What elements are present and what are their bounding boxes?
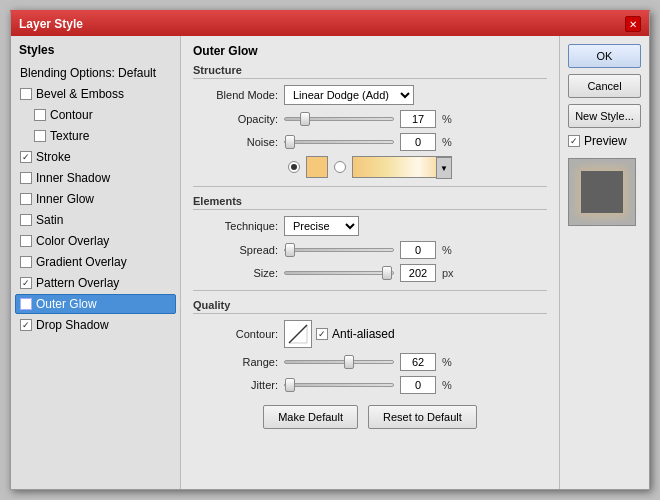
range-input[interactable]: 62 bbox=[400, 353, 436, 371]
contour-preview[interactable] bbox=[284, 320, 312, 348]
stroke-checkbox[interactable]: ✓ bbox=[20, 151, 32, 163]
jitter-label: Jitter: bbox=[193, 379, 278, 391]
spread-input[interactable]: 0 bbox=[400, 241, 436, 259]
preview-label: Preview bbox=[584, 134, 627, 148]
inner-glow-label: Inner Glow bbox=[36, 192, 94, 206]
spread-thumb[interactable] bbox=[285, 243, 295, 257]
contour-label: Contour: bbox=[193, 328, 278, 340]
size-thumb[interactable] bbox=[382, 266, 392, 280]
noise-slider[interactable] bbox=[284, 140, 394, 144]
sidebar-item-inner-shadow[interactable]: Inner Shadow bbox=[15, 168, 176, 188]
technique-select[interactable]: Precise bbox=[284, 216, 359, 236]
preview-box bbox=[568, 158, 636, 226]
spread-label: Spread: bbox=[193, 244, 278, 256]
contour-checkbox[interactable] bbox=[34, 109, 46, 121]
gradient-arrow[interactable]: ▼ bbox=[436, 157, 452, 179]
contour-label: Contour bbox=[50, 108, 93, 122]
texture-checkbox[interactable] bbox=[34, 130, 46, 142]
sidebar-item-color-overlay[interactable]: Color Overlay bbox=[15, 231, 176, 251]
quality-label: Quality bbox=[193, 299, 547, 314]
elements-label: Elements bbox=[193, 195, 547, 210]
preview-inner bbox=[581, 171, 623, 213]
blend-mode-row: Blend Mode: Linear Dodge (Add) bbox=[193, 85, 547, 105]
opacity-input[interactable]: 17 bbox=[400, 110, 436, 128]
divider-1 bbox=[193, 186, 547, 187]
bevel-emboss-checkbox[interactable] bbox=[20, 88, 32, 100]
right-panel: OK Cancel New Style... ✓ Preview bbox=[559, 36, 649, 489]
contour-curve-icon bbox=[287, 323, 309, 345]
bottom-buttons: Make Default Reset to Default bbox=[193, 399, 547, 433]
color-row: ▼ bbox=[288, 156, 547, 178]
drop-shadow-label: Drop Shadow bbox=[36, 318, 109, 332]
range-unit: % bbox=[442, 356, 460, 368]
blending-label: Blending Options: Default bbox=[20, 66, 156, 80]
jitter-input[interactable]: 0 bbox=[400, 376, 436, 394]
sidebar-item-texture[interactable]: Texture bbox=[15, 126, 176, 146]
sidebar-item-drop-shadow[interactable]: ✓ Drop Shadow bbox=[15, 315, 176, 335]
sidebar-item-contour[interactable]: Contour bbox=[15, 105, 176, 125]
satin-checkbox[interactable] bbox=[20, 214, 32, 226]
dialog-title: Layer Style bbox=[19, 17, 83, 31]
close-button[interactable]: ✕ bbox=[625, 16, 641, 32]
styles-header: Styles bbox=[15, 40, 176, 60]
preview-checkbox[interactable]: ✓ bbox=[568, 135, 580, 147]
opacity-slider[interactable] bbox=[284, 117, 394, 121]
preview-label-row: ✓ Preview bbox=[568, 134, 641, 148]
blend-mode-select[interactable]: Linear Dodge (Add) bbox=[284, 85, 414, 105]
sidebar-item-stroke[interactable]: ✓ Stroke bbox=[15, 147, 176, 167]
make-default-button[interactable]: Make Default bbox=[263, 405, 358, 429]
opacity-thumb[interactable] bbox=[300, 112, 310, 126]
drop-shadow-checkbox[interactable]: ✓ bbox=[20, 319, 32, 331]
sidebar-item-gradient-overlay[interactable]: Gradient Overlay bbox=[15, 252, 176, 272]
jitter-row: Jitter: 0 % bbox=[193, 376, 547, 394]
content-area: Outer Glow Structure Blend Mode: Linear … bbox=[181, 36, 649, 489]
reset-to-default-button[interactable]: Reset to Default bbox=[368, 405, 477, 429]
color-swatch[interactable] bbox=[306, 156, 328, 178]
sidebar-item-bevel-emboss[interactable]: Bevel & Emboss bbox=[15, 84, 176, 104]
gradient-radio[interactable] bbox=[334, 161, 346, 173]
outer-glow-checkbox[interactable]: ✓ bbox=[20, 298, 32, 310]
main-panel: Outer Glow Structure Blend Mode: Linear … bbox=[181, 36, 559, 489]
size-slider[interactable] bbox=[284, 271, 394, 275]
range-label: Range: bbox=[193, 356, 278, 368]
jitter-slider[interactable] bbox=[284, 383, 394, 387]
sidebar-item-pattern-overlay[interactable]: ✓ Pattern Overlay bbox=[15, 273, 176, 293]
outer-glow-label: Outer Glow bbox=[36, 297, 97, 311]
noise-unit: % bbox=[442, 136, 460, 148]
section-title: Outer Glow bbox=[193, 44, 547, 58]
inner-shadow-checkbox[interactable] bbox=[20, 172, 32, 184]
inner-glow-checkbox[interactable] bbox=[20, 193, 32, 205]
solid-color-radio[interactable] bbox=[288, 161, 300, 173]
contour-row: Contour: ✓ Anti-aliased bbox=[193, 320, 547, 348]
spread-slider[interactable] bbox=[284, 248, 394, 252]
noise-thumb[interactable] bbox=[285, 135, 295, 149]
range-slider[interactable] bbox=[284, 360, 394, 364]
title-bar: Layer Style ✕ bbox=[11, 12, 649, 36]
size-input[interactable]: 202 bbox=[400, 264, 436, 282]
color-overlay-label: Color Overlay bbox=[36, 234, 109, 248]
noise-input[interactable]: 0 bbox=[400, 133, 436, 151]
range-row: Range: 62 % bbox=[193, 353, 547, 371]
technique-label: Technique: bbox=[193, 220, 278, 232]
anti-alias-checkbox[interactable]: ✓ bbox=[316, 328, 328, 340]
stroke-label: Stroke bbox=[36, 150, 71, 164]
jitter-thumb[interactable] bbox=[285, 378, 295, 392]
bevel-emboss-label: Bevel & Emboss bbox=[36, 87, 124, 101]
noise-row: Noise: 0 % bbox=[193, 133, 547, 151]
technique-row: Technique: Precise bbox=[193, 216, 547, 236]
gradient-overlay-checkbox[interactable] bbox=[20, 256, 32, 268]
cancel-button[interactable]: Cancel bbox=[568, 74, 641, 98]
color-overlay-checkbox[interactable] bbox=[20, 235, 32, 247]
new-style-button[interactable]: New Style... bbox=[568, 104, 641, 128]
sidebar-item-outer-glow[interactable]: ✓ Outer Glow ➤ bbox=[15, 294, 176, 314]
pattern-overlay-checkbox[interactable]: ✓ bbox=[20, 277, 32, 289]
sidebar: Styles Blending Options: Default Bevel &… bbox=[11, 36, 181, 489]
opacity-unit: % bbox=[442, 113, 460, 125]
sidebar-item-inner-glow[interactable]: Inner Glow bbox=[15, 189, 176, 209]
ok-button[interactable]: OK bbox=[568, 44, 641, 68]
dialog-body: Styles Blending Options: Default Bevel &… bbox=[11, 36, 649, 489]
range-thumb[interactable] bbox=[344, 355, 354, 369]
gradient-swatch[interactable]: ▼ bbox=[352, 156, 452, 178]
sidebar-item-satin[interactable]: Satin bbox=[15, 210, 176, 230]
sidebar-item-blending[interactable]: Blending Options: Default bbox=[15, 63, 176, 83]
